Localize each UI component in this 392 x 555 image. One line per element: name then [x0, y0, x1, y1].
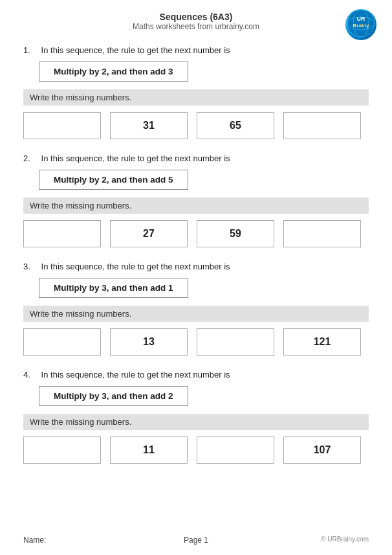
question-4-text: 4. In this sequence, the rule to get the…	[23, 370, 369, 379]
q-number-3: 3.	[23, 262, 39, 271]
number-row-3: 13121	[23, 328, 369, 356]
num-box-4-2: 11	[110, 436, 188, 464]
rule-text-2: Multiply by 2, and then add 5	[39, 170, 188, 190]
num-box-3-3[interactable]	[197, 328, 274, 356]
footer-page: Page 1	[184, 536, 208, 545]
logo-svg: UR Brainy	[347, 9, 375, 38]
num-box-1-4[interactable]	[283, 112, 361, 139]
question-3: 3. In this sequence, the rule to get the…	[23, 262, 369, 356]
rule-box-1: Multiply by 2, and then add 3	[23, 62, 369, 89]
rule-box-2: Multiply by 2, and then add 5	[23, 170, 369, 198]
logo-circle: UR Brainy	[345, 9, 376, 40]
question-2-text: 2. In this sequence, the rule to get the…	[23, 153, 369, 163]
num-box-3-1[interactable]	[23, 328, 101, 356]
q-intro-1: In this sequence, the rule to get the ne…	[39, 45, 230, 55]
svg-text:UR: UR	[357, 16, 365, 22]
header-title: Sequences (6A3)	[23, 12, 369, 22]
number-row-2: 2759	[23, 220, 369, 247]
question-4: 4. In this sequence, the rule to get the…	[23, 370, 369, 464]
question-2: 2. In this sequence, the rule to get the…	[23, 153, 369, 247]
num-box-4-4: 107	[283, 436, 361, 464]
q-intro-4: In this sequence, the rule to get the ne…	[39, 370, 230, 379]
num-box-2-2: 27	[110, 220, 188, 247]
rule-text-3: Multiply by 3, and then add 1	[39, 278, 188, 298]
num-box-2-4[interactable]	[283, 220, 361, 247]
header-subtitle: Maths worksheets from urbrainy.com	[23, 22, 369, 31]
question-1-text: 1. In this sequence, the rule to get the…	[23, 45, 369, 55]
num-box-4-3[interactable]	[197, 436, 274, 464]
question-1: 1. In this sequence, the rule to get the…	[23, 45, 369, 139]
num-box-2-3: 59	[197, 220, 274, 247]
rule-box-4: Multiply by 3, and then add 2	[23, 386, 369, 414]
num-box-4-1[interactable]	[23, 436, 101, 464]
q-intro-3: In this sequence, the rule to get the ne…	[39, 262, 230, 271]
write-label-2: Write the missing numbers.	[23, 198, 369, 214]
num-box-3-2: 13	[110, 328, 188, 356]
write-label-1: Write the missing numbers.	[23, 89, 369, 106]
num-box-1-2: 31	[110, 112, 188, 139]
number-row-1: 3165	[23, 112, 369, 139]
rule-box-3: Multiply by 3, and then add 1	[23, 278, 369, 306]
q-intro-2: In this sequence, the rule to get the ne…	[39, 153, 230, 163]
num-box-2-1[interactable]	[23, 220, 101, 247]
q-number-4: 4.	[23, 370, 39, 379]
svg-text:Brainy: Brainy	[353, 23, 369, 28]
q-number-2: 2.	[23, 153, 39, 163]
header: Sequences (6A3) Maths worksheets from ur…	[23, 12, 369, 34]
worksheet-page: UR Brainy Sequences (6A3) Maths workshee…	[0, 0, 392, 555]
q-number-1: 1.	[23, 45, 39, 55]
num-box-1-1[interactable]	[23, 112, 101, 139]
number-row-4: 11107	[23, 436, 369, 464]
num-box-3-4: 121	[283, 328, 361, 356]
logo: UR Brainy	[338, 9, 376, 40]
rule-text-1: Multiply by 2, and then add 3	[39, 62, 188, 82]
questions-container: 1. In this sequence, the rule to get the…	[23, 45, 369, 464]
footer-copyright: © URBrainy.com	[321, 536, 369, 545]
num-box-1-3: 65	[197, 112, 274, 139]
write-label-4: Write the missing numbers.	[23, 414, 369, 430]
question-3-text: 3. In this sequence, the rule to get the…	[23, 262, 369, 271]
rule-text-4: Multiply by 3, and then add 2	[39, 386, 188, 406]
footer-name: Name:	[23, 536, 46, 545]
write-label-3: Write the missing numbers.	[23, 306, 369, 322]
